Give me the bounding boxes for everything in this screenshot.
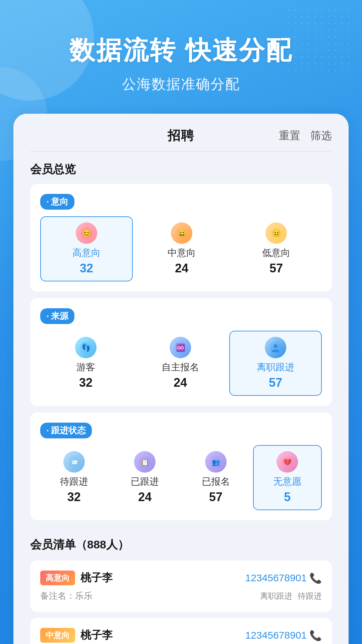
- member-tags: 离职跟进 待跟进: [260, 591, 322, 601]
- followed-label: 已跟进: [131, 475, 159, 488]
- followup-stats-row: 📨 待跟进 32 📋 已跟进 24: [40, 445, 322, 510]
- intent-stats-row: 😊 高意向 32 😄 中意向 24: [40, 216, 322, 281]
- filter-button[interactable]: 筛选: [310, 128, 332, 143]
- member-card[interactable]: 高意向 桃子李 12345678901 📞 备注名：乐乐 离职跟进 待跟进: [30, 560, 332, 612]
- followed-value: 24: [138, 490, 152, 504]
- member-name: 桃子李: [80, 571, 113, 585]
- followup-group: 跟进状态 📨 待跟进 32: [30, 413, 332, 520]
- self-register-label: 自主报名: [162, 361, 199, 374]
- card-actions: 重置 筛选: [279, 128, 332, 143]
- source-stats-row: 👣 游客 32 ♾️ 自主报名 24: [40, 331, 322, 396]
- svg-text:💔: 💔: [283, 458, 292, 466]
- card-title: 招聘: [168, 127, 194, 144]
- svg-text:📋: 📋: [141, 458, 149, 466]
- member-phone[interactable]: 12345678901 📞: [245, 572, 322, 584]
- left-job-label: 离职跟进: [257, 361, 294, 374]
- mid-intent-icon: 😄: [171, 222, 192, 244]
- member-note: 备注名：乐乐: [40, 590, 93, 602]
- source-group: 来源 👣 游客 32: [30, 298, 332, 406]
- stat-pending[interactable]: 📨 待跟进 32: [40, 446, 108, 509]
- registered-icon: 👥: [205, 451, 227, 473]
- visitor-value: 32: [79, 376, 93, 390]
- header-subtitle: 公海数据准确分配: [20, 75, 342, 94]
- intent-group: 意向 😊 高意向 32: [30, 184, 332, 291]
- svg-text:♾️: ♾️: [176, 343, 185, 352]
- phone-icon: 📞: [309, 630, 322, 641]
- left-job-value: 57: [269, 376, 282, 390]
- high-intent-value: 32: [80, 261, 93, 275]
- registered-value: 57: [209, 490, 223, 504]
- overview-title: 会员总览: [30, 162, 332, 177]
- svg-text:😐: 😐: [272, 229, 281, 238]
- visitor-icon: 👣: [75, 337, 97, 358]
- mid-intent-value: 24: [175, 261, 188, 275]
- stat-followed[interactable]: 📋 已跟进 24: [111, 446, 179, 509]
- member-list-section: 会员清单（888人） 高意向 桃子李 12345678901 📞 备注名：乐乐 …: [13, 534, 349, 644]
- stat-high-intent[interactable]: 😊 高意向 32: [40, 216, 133, 281]
- stat-visitor[interactable]: 👣 游客 32: [40, 331, 131, 395]
- main-card: 招聘 重置 筛选 会员总览 意向 😊 高意向: [13, 114, 349, 644]
- no-intent-value: 5: [284, 490, 291, 504]
- visitor-label: 游客: [76, 361, 95, 374]
- svg-text:😊: 😊: [82, 229, 92, 238]
- low-intent-value: 57: [269, 261, 283, 275]
- self-register-value: 24: [174, 376, 187, 390]
- member-card[interactable]: 中意向 桃子李 12345678901 📞 备注名：乐乐 离职跟进 待跟进: [30, 618, 332, 644]
- followed-icon: 📋: [134, 451, 156, 473]
- phone-number: 12345678901: [245, 572, 307, 584]
- card-header: 招聘 重置 筛选: [13, 114, 349, 151]
- stat-registered[interactable]: 👥 已报名 57: [182, 446, 250, 509]
- self-register-icon: ♾️: [170, 337, 191, 358]
- svg-text:😄: 😄: [177, 229, 187, 238]
- registered-label: 已报名: [202, 475, 230, 488]
- mid-intent-label: 中意向: [168, 247, 196, 259]
- phone-number: 12345678901: [245, 630, 307, 641]
- reset-button[interactable]: 重置: [279, 128, 300, 143]
- no-intent-icon: 💔: [277, 451, 298, 473]
- stat-self-register[interactable]: ♾️ 自主报名 24: [135, 331, 226, 395]
- member-tag-left: 离职跟进: [260, 591, 292, 601]
- member-row-top: 高意向 桃子李 12345678901 📞: [40, 571, 322, 585]
- member-left: 高意向 桃子李: [40, 571, 113, 585]
- header-title: 数据流转 快速分配: [20, 34, 342, 68]
- member-left: 中意向 桃子李: [40, 628, 113, 643]
- followup-group-tag: 跟进状态: [40, 423, 92, 438]
- low-intent-label: 低意向: [262, 247, 290, 259]
- member-row-top: 中意向 桃子李 12345678901 📞: [40, 628, 322, 643]
- member-intent-badge: 高意向: [40, 571, 75, 585]
- pending-value: 32: [67, 490, 81, 504]
- member-tag-pending: 待跟进: [298, 591, 322, 601]
- svg-text:👣: 👣: [81, 343, 91, 352]
- member-name: 桃子李: [80, 628, 113, 643]
- high-intent-label: 高意向: [72, 247, 101, 259]
- stat-mid-intent[interactable]: 😄 中意向 24: [136, 217, 227, 281]
- svg-text:📨: 📨: [70, 458, 78, 466]
- low-intent-icon: 😐: [265, 222, 287, 244]
- left-job-icon: [265, 337, 286, 358]
- intent-group-tag: 意向: [40, 194, 74, 210]
- source-group-tag: 来源: [40, 308, 74, 324]
- member-list-title: 会员清单（888人）: [30, 534, 332, 552]
- header-section: 数据流转 快速分配 公海数据准确分配: [0, 0, 362, 114]
- overview-section: 会员总览 意向 😊 高意向 32: [13, 152, 349, 530]
- member-intent-badge: 中意向: [40, 628, 75, 643]
- stat-low-intent[interactable]: 😐 低意向 57: [231, 217, 322, 281]
- pending-icon: 📨: [63, 451, 85, 473]
- pending-label: 待跟进: [60, 475, 88, 488]
- svg-text:👥: 👥: [212, 458, 220, 466]
- phone-icon: 📞: [309, 572, 322, 584]
- stat-left-job[interactable]: 离职跟进 57: [229, 331, 322, 396]
- svg-point-11: [274, 344, 278, 348]
- stat-no-intent[interactable]: 💔 无意愿 5: [253, 445, 322, 510]
- member-row-bottom: 备注名：乐乐 离职跟进 待跟进: [40, 590, 322, 602]
- member-phone[interactable]: 12345678901 📞: [245, 630, 322, 641]
- high-intent-icon: 😊: [76, 222, 97, 244]
- no-intent-label: 无意愿: [273, 475, 301, 488]
